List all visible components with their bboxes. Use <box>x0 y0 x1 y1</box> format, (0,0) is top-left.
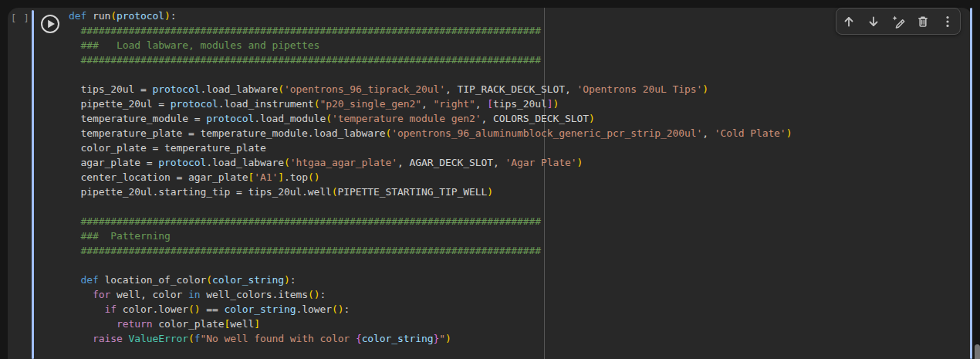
scrollbar-thumb[interactable] <box>975 344 980 359</box>
code-line[interactable]: ########################################… <box>69 52 792 67</box>
pencil-sparkle-icon <box>890 14 906 29</box>
play-circle-icon <box>40 25 60 36</box>
execution-count: [ ] <box>11 13 30 24</box>
code-line[interactable]: for well, color in well_colors.items(): <box>69 287 792 302</box>
cell-focus-bar-left <box>32 10 34 359</box>
code-line[interactable]: pipette_20ul = protocol.load_instrument(… <box>69 97 792 111</box>
code-line[interactable]: temperature_module = protocol.load_modul… <box>69 111 792 126</box>
cell-toolbar <box>836 8 961 35</box>
code-line[interactable]: ### Load labware, modules and pipettes <box>69 38 792 52</box>
code-line[interactable] <box>69 258 792 273</box>
trash-icon <box>915 14 931 29</box>
run-cell-button[interactable] <box>39 14 61 36</box>
arrow-down-icon <box>866 14 881 29</box>
code-line[interactable]: color_plate = temperature_plate <box>69 141 792 155</box>
code-line[interactable]: ########################################… <box>69 214 792 229</box>
delete-cell-button[interactable] <box>912 11 934 32</box>
code-line[interactable]: return color_plate[well] <box>69 317 792 331</box>
code-line[interactable] <box>69 346 792 359</box>
code-cell: [ ] def run(protocol): #################… <box>8 8 972 359</box>
notebook-page: [ ] def run(protocol): #################… <box>0 0 980 359</box>
code-line[interactable]: ### Patterning <box>69 229 792 243</box>
code-line[interactable]: center_location = agar_plate['A1'].top() <box>69 170 792 185</box>
code-line[interactable]: ########################################… <box>69 243 792 258</box>
code-line[interactable] <box>69 199 792 214</box>
arrow-up-icon <box>841 14 857 29</box>
cell-focus-bar-right <box>970 8 972 359</box>
code-line[interactable] <box>69 67 792 82</box>
move-cell-up-button[interactable] <box>838 11 860 32</box>
code-line[interactable]: def location_of_color(color_string): <box>69 273 792 287</box>
code-line[interactable]: ########################################… <box>69 23 792 38</box>
edit-cell-button[interactable] <box>887 11 909 32</box>
code-line[interactable]: tips_20ul = protocol.load_labware('opent… <box>69 82 792 97</box>
kebab-menu-icon <box>940 14 955 29</box>
code-line[interactable]: temperature_plate = temperature_module.l… <box>69 126 792 141</box>
code-line[interactable]: def run(protocol): <box>69 8 792 23</box>
more-actions-button[interactable] <box>937 11 958 32</box>
code-line[interactable]: agar_plate = protocol.load_labware('htga… <box>69 155 792 170</box>
move-cell-down-button[interactable] <box>863 11 884 32</box>
code-line[interactable]: pipette_20ul.starting_tip = tips_20ul.we… <box>69 185 792 199</box>
code-line[interactable]: if color.lower() == color_string.lower()… <box>69 302 792 317</box>
code-editor[interactable]: def run(protocol): #####################… <box>69 8 792 359</box>
code-line[interactable]: raise ValueError(f"No well found with co… <box>69 331 792 346</box>
